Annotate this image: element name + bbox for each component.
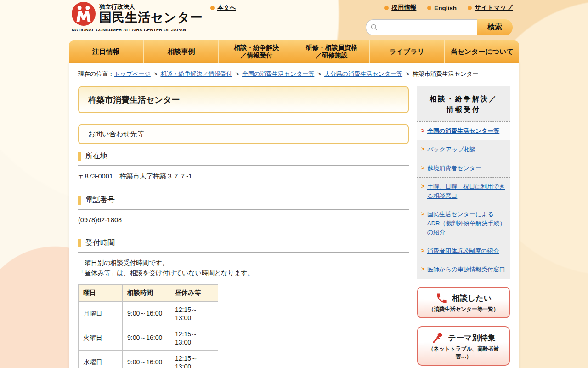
nav-tab[interactable]: 相談事例 — [143, 40, 219, 63]
sidebar-item[interactable]: > 全国の消費生活センター等 — [417, 121, 510, 140]
table-cell-hours: 9:00～16:00 — [123, 351, 170, 368]
table-cell-hours: 9:00～16:00 — [123, 302, 170, 326]
chevron-right-icon: > — [421, 126, 424, 136]
site-search: 検索 — [366, 19, 513, 35]
table-row: 月曜日 9:00～16:00 12:15～13:00 — [79, 302, 218, 326]
table-header-row: 曜日相談時間昼休み等 — [79, 285, 218, 302]
hours-heading: 受付時間 — [78, 238, 409, 253]
phone-icon — [435, 292, 448, 305]
utility-link[interactable]: English — [427, 4, 457, 12]
sidebar-menu: 相談・紛争解決／ 情報受付 > 全国の消費生活センター等 > — [417, 86, 510, 279]
phone-heading: 電話番号 — [78, 196, 409, 210]
nav-tab[interactable]: ライブラリ — [369, 40, 444, 63]
breadcrumb-separator: > — [406, 70, 409, 77]
pushpin-icon — [432, 332, 444, 344]
bullet-icon — [210, 6, 215, 10]
nav-tab[interactable]: 注目情報 — [69, 40, 143, 63]
chevron-right-icon: > — [421, 164, 424, 173]
sidebar-item[interactable]: > 消費者団体訴訟制度の紹介 — [417, 242, 510, 260]
breadcrumb-item[interactable]: トップページ> — [114, 70, 160, 77]
heading-bar-icon — [78, 196, 81, 205]
breadcrumb: 現在の位置：トップページ>相談・紛争解決／情報受付>全国の消費生活センター等>大… — [78, 70, 510, 78]
address-heading: 所在地 — [78, 151, 409, 166]
table-cell-hours: 9:00～16:00 — [123, 326, 170, 351]
ncac-logo-icon — [72, 2, 96, 26]
nav-tab[interactable]: 相談・紛争解決 ／情報受付 — [218, 40, 294, 63]
utility-link[interactable]: サイトマップ — [468, 4, 513, 12]
chevron-right-icon: > — [421, 247, 424, 256]
sidebar-item[interactable]: > 国民生活センターによるADR（裁判外紛争解決手続）の紹介 — [417, 205, 510, 242]
table-row: 水曜日 9:00～16:00 12:15～13:00 — [79, 351, 218, 368]
sidebar-item[interactable]: > バックアップ相談 — [417, 140, 510, 159]
table-header-cell: 曜日 — [79, 285, 123, 302]
nav-tab[interactable]: 研修・相談員資格 ／研修施設 — [294, 40, 369, 63]
breadcrumb-item[interactable]: 相談・紛争解決／情報受付> — [160, 70, 242, 77]
bullet-icon — [468, 6, 472, 10]
utility-links: 採用情報 English サイトマップ — [384, 4, 513, 12]
org-name: 国民生活センター — [99, 11, 203, 25]
phone-number: (0978)62-1808 — [78, 210, 409, 231]
heading-bar-icon — [78, 239, 81, 247]
breadcrumb-separator: > — [154, 70, 158, 77]
chevron-right-icon: > — [421, 265, 424, 274]
table-header-cell: 昼休み等 — [170, 285, 218, 302]
table-cell-break: 12:15～13:00 — [170, 351, 218, 368]
main-content-panel: 現在の位置：トップページ>相談・紛争解決／情報受付>全国の消費生活センター等>大… — [69, 63, 519, 368]
heading-bar-icon — [78, 152, 81, 161]
site-header: 独立行政法人 国民生活センター NATIONAL CONSUMER AFFAIR… — [69, 0, 519, 40]
search-icon — [370, 23, 378, 31]
sidebar-title: 相談・紛争解決／ 情報受付 — [417, 86, 510, 121]
org-name-en: NATIONAL CONSUMER AFFAIRS CENTER OF JAPA… — [72, 27, 203, 32]
page-container: 独立行政法人 国民生活センター NATIONAL CONSUMER AFFAIR… — [69, 0, 519, 368]
hours-description: 曜日別の相談受付時間です。 「昼休み等」は、相談を受け付けていない時間となります… — [78, 258, 409, 278]
chevron-right-icon: > — [421, 145, 424, 154]
table-cell-day: 月曜日 — [79, 302, 123, 326]
search-input[interactable] — [366, 19, 477, 35]
breadcrumb-item[interactable]: 全国の消費生活センター等> — [242, 70, 324, 77]
contact-box-title: お問い合わせ先等 — [78, 124, 409, 144]
breadcrumb-item[interactable]: 大分県の消費生活センター等> — [324, 70, 413, 77]
bullet-icon — [427, 6, 431, 10]
global-nav: 注目情報 相談事例 相談・紛争解決 ／情報受付 研修・相談員資格 ／研修施設 ラ… — [69, 40, 519, 63]
sidebar-item[interactable]: > 医師からの事故情報受付窓口 — [417, 260, 510, 279]
address-text: 〒873-0001 杵築市大字杵築３７７-1 — [78, 166, 409, 188]
breadcrumb-item[interactable]: 杵築市消費生活センター — [413, 70, 479, 77]
breadcrumb-prefix: 現在の位置： — [78, 70, 114, 77]
site-logo[interactable]: 独立行政法人 国民生活センター NATIONAL CONSUMER AFFAIR… — [72, 2, 203, 32]
skip-to-content-link[interactable]: 本文へ — [210, 4, 236, 12]
page-title: 杵築市消費生活センター — [78, 86, 409, 113]
content-column: 杵築市消費生活センター お問い合わせ先等 所在地 〒873-0001 杵築市大字… — [78, 86, 409, 368]
utility-link[interactable]: 採用情報 — [384, 4, 416, 12]
consultation-hours-table: 曜日相談時間昼休み等 月曜日 9:00～16:00 12:15～13:00 — [78, 284, 218, 368]
table-cell-break: 12:15～13:00 — [170, 326, 218, 351]
table-header-cell: 相談時間 — [123, 285, 170, 302]
chevron-right-icon: > — [421, 210, 424, 237]
sidebar: 相談・紛争解決／ 情報受付 > 全国の消費生活センター等 > — [417, 86, 510, 366]
consult-banner[interactable]: 相談したい （消費生活センター等一覧） — [417, 287, 510, 318]
theme-banner[interactable]: テーマ別特集 （ネットトラブル、高齢者被害…） — [417, 326, 510, 366]
sidebar-item[interactable]: > 土曜、日曜、祝日に利用できる相談窓口 — [417, 177, 510, 205]
table-row: 火曜日 9:00～16:00 12:15～13:00 — [79, 326, 218, 351]
breadcrumb-separator: > — [317, 70, 321, 77]
nav-tab[interactable]: 当センターについて — [444, 40, 519, 63]
breadcrumb-separator: > — [235, 70, 239, 77]
table-cell-day: 火曜日 — [79, 326, 123, 351]
bullet-icon — [384, 6, 389, 10]
org-type: 独立行政法人 — [99, 3, 203, 11]
table-cell-day: 水曜日 — [79, 351, 123, 368]
sidebar-item[interactable]: > 越境消費者センター — [417, 159, 510, 178]
chevron-right-icon: > — [421, 182, 424, 200]
table-cell-break: 12:15～13:00 — [170, 302, 218, 326]
search-button[interactable]: 検索 — [477, 19, 513, 35]
